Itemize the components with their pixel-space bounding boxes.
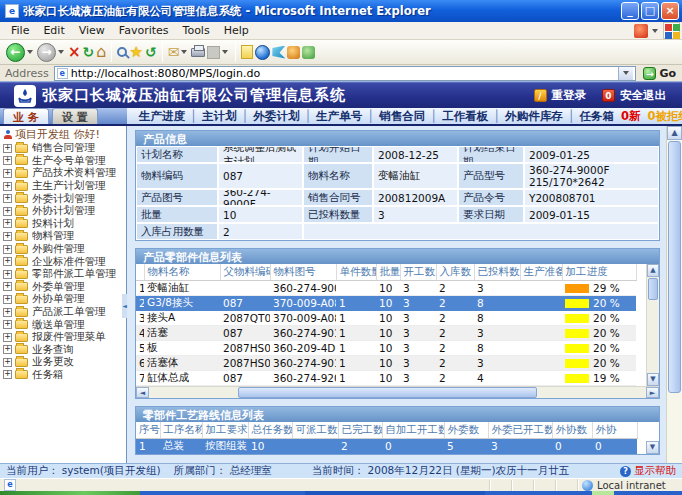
expand-icon[interactable]: + — [3, 370, 12, 379]
toolbar-dropdown-icon[interactable] — [222, 50, 228, 54]
tree-item-tech-docs[interactable]: +产品技术资料管理 — [2, 167, 126, 180]
print-button[interactable] — [191, 48, 205, 57]
expand-icon[interactable]: + — [3, 345, 12, 354]
menu-help[interactable]: Help — [217, 24, 256, 37]
address-url[interactable]: http://localhost:8080/MPS/login.do — [71, 67, 619, 80]
scroll-left-icon[interactable]: ◄ — [136, 387, 149, 398]
parts-vertical-scrollbar[interactable]: ▲ ▼ — [646, 264, 659, 386]
tree-item-assist-plan[interactable]: +外协计划管理 — [2, 205, 126, 218]
plugin-button-1[interactable] — [272, 46, 285, 59]
scroll-down-icon[interactable]: ▼ — [646, 441, 659, 454]
menu-view[interactable]: View — [72, 24, 112, 37]
tree-item-material-feed-plan[interactable]: +投料计划 — [2, 218, 126, 231]
expand-icon[interactable]: + — [3, 257, 12, 266]
scroll-right-icon[interactable]: ► — [646, 387, 659, 398]
expand-icon[interactable]: + — [3, 207, 12, 216]
scroll-thumb[interactable] — [648, 278, 658, 300]
expand-icon[interactable]: + — [3, 333, 12, 342]
minimize-button[interactable]: _ — [621, 2, 639, 20]
forward-dropdown-icon[interactable] — [58, 50, 64, 54]
discuss-button[interactable] — [241, 45, 253, 59]
badge-rejected-count[interactable]: 0被拒绝 — [648, 109, 682, 124]
table-row[interactable]: 4活塞087360-274-9010F110323 20 % — [136, 326, 636, 341]
browser-plugin-button[interactable] — [255, 45, 270, 60]
expand-icon[interactable]: + — [3, 320, 12, 329]
mail-button[interactable]: ✉ — [168, 45, 180, 59]
mail-dropdown-icon[interactable] — [181, 50, 187, 54]
back-dropdown-icon[interactable] — [27, 50, 33, 54]
table-row-selected[interactable]: 2G3/8接头087370-009-A0840110328 20 % — [136, 296, 636, 311]
plugin-button-2[interactable] — [287, 46, 300, 59]
favorites-button[interactable]: ★ — [129, 45, 142, 59]
start-button-edge[interactable] — [0, 491, 140, 495]
taskbar-task-button[interactable] — [305, 491, 485, 495]
nav-master-plan[interactable]: 主计划 — [202, 109, 237, 124]
nav-production-progress[interactable]: 生产进度 — [139, 109, 185, 124]
page-vertical-scrollbar[interactable]: ▲ — [666, 126, 682, 463]
tab-settings[interactable]: 设 置 — [52, 108, 98, 124]
expand-icon[interactable]: + — [3, 194, 12, 203]
refresh-button[interactable]: ↻ — [83, 45, 95, 59]
logout-button[interactable]: 0 安全退出 — [602, 88, 666, 103]
tree-item-purchased-parts[interactable]: +外购件管理 — [2, 243, 126, 256]
nav-purchased-stock[interactable]: 外购件库存 — [505, 109, 563, 124]
tree-item-product-dispatch[interactable]: +产品派工单管理 — [2, 306, 126, 319]
expand-icon[interactable]: + — [3, 144, 12, 153]
address-dropdown[interactable] — [618, 67, 633, 80]
table-row[interactable]: 1变幅油缸360-274-9000F10323 29 % — [136, 281, 636, 296]
go-button[interactable]: → Go — [640, 67, 679, 80]
table-row[interactable]: 5板2087HS002360-209-4D010110328 20 % — [136, 341, 636, 356]
tree-item-parts-dispatch[interactable]: +零部件派工单管理 — [2, 268, 126, 281]
tree-item-outsourcing-plan[interactable]: +外委计划管理 — [2, 192, 126, 205]
scroll-up-icon[interactable]: ▲ — [647, 264, 659, 277]
tree-item-standard-parts[interactable]: +企业标准件管理 — [2, 255, 126, 268]
tree-item-business-change[interactable]: +业务更改 — [2, 356, 126, 369]
menu-favorites[interactable]: Favorites — [112, 24, 176, 37]
relogin-button[interactable]: ∕ 重登录 — [534, 88, 587, 103]
nav-sales-contract[interactable]: 销售合同 — [379, 109, 425, 124]
expand-icon[interactable]: + — [3, 182, 12, 191]
scroll-down-icon[interactable]: ▼ — [647, 373, 659, 386]
menu-edit[interactable]: Edit — [36, 24, 71, 37]
tree-item-master-production-plan[interactable]: +主生产计划管理 — [2, 180, 126, 193]
parts-horizontal-scrollbar[interactable]: ◄ ► — [136, 386, 659, 398]
badge-new-count[interactable]: 0新 — [621, 109, 641, 124]
tree-item-outsourcing-order[interactable]: +外委单管理 — [2, 281, 126, 294]
expand-icon[interactable]: + — [3, 245, 12, 254]
show-help-link[interactable]: ? 显示帮助 — [620, 464, 676, 478]
stop-button[interactable]: × — [68, 45, 81, 59]
table-row-selected[interactable]: 1 总装 按图组装 10 2 0 5 3 0 0 — [136, 439, 637, 454]
sidebar-collapse-handle[interactable]: ◄ — [122, 294, 127, 318]
table-row[interactable]: 3接头A2087QT002370-009-A0850110328 20 % — [136, 311, 636, 326]
tree-item-sales-contract[interactable]: +销售合同管理 — [2, 142, 126, 155]
tree-item-order-number[interactable]: +生产令号单管理 — [2, 155, 126, 168]
scroll-thumb[interactable] — [238, 387, 536, 398]
plugin-button-3[interactable] — [302, 46, 315, 59]
tree-item-task-box[interactable]: +任务箱 — [2, 369, 126, 382]
expand-icon[interactable]: + — [3, 270, 12, 279]
scroll-thumb[interactable] — [668, 141, 681, 393]
expand-icon[interactable]: + — [3, 295, 12, 304]
plugin-dropdown-icon[interactable] — [652, 29, 658, 33]
expand-icon[interactable]: + — [3, 156, 12, 165]
search-button[interactable] — [117, 47, 127, 57]
nav-outsourcing-plan[interactable]: 外委计划 — [253, 109, 299, 124]
expand-icon[interactable]: + — [3, 282, 12, 291]
close-button[interactable]: × — [661, 2, 679, 20]
table-row[interactable]: 6活塞体2087HS002360-274-9011W110323 20 % — [136, 356, 636, 371]
expand-icon[interactable]: + — [3, 219, 12, 228]
nav-task-box[interactable]: 任务箱 — [580, 109, 615, 124]
nav-production-order[interactable]: 生产单号 — [316, 109, 362, 124]
tree-item-business-query[interactable]: +业务查询 — [2, 344, 126, 357]
menu-tools[interactable]: Tools — [176, 24, 217, 37]
expand-icon[interactable]: + — [3, 308, 12, 317]
maximize-button[interactable]: □ — [641, 2, 659, 20]
home-button[interactable]: ⌂ — [96, 45, 106, 59]
table-row[interactable]: 7缸体总成087360-274-9200F110324 19 % — [136, 371, 636, 386]
tree-item-material-mgmt[interactable]: +物料管理 — [2, 230, 126, 243]
expand-icon[interactable]: + — [3, 169, 12, 178]
tab-business[interactable]: 业 务 — [3, 108, 49, 124]
forward-button[interactable]: → — [37, 43, 56, 62]
expand-icon[interactable]: + — [3, 232, 12, 241]
address-input[interactable]: e http://localhost:8080/MPS/login.do — [54, 66, 637, 81]
